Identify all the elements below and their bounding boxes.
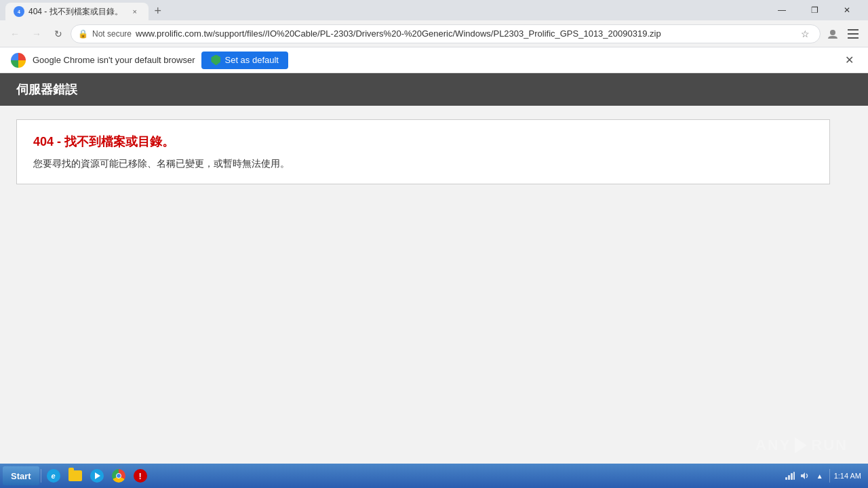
shield-icon (211, 55, 220, 66)
taskbar: Start e ! (0, 464, 868, 488)
security-icon: 🔒 (78, 29, 88, 39)
maximize-button[interactable]: ❐ (799, 0, 830, 20)
forward-button[interactable]: → (27, 24, 46, 43)
watermark-play-icon (795, 437, 807, 453)
url-text: www.prolific.com.tw/support/files//IO%20… (136, 28, 793, 39)
set-as-default-label: Set as default (224, 55, 279, 65)
error-description: 您要尋找的資源可能已移除、名稱已變更，或暫時無法使用。 (33, 158, 813, 170)
back-button[interactable]: ← (5, 24, 24, 43)
not-secure-label: Not secure (92, 29, 132, 39)
chrome-taskbar-icon (112, 469, 125, 483)
taskbar-media-button[interactable] (86, 466, 108, 485)
svg-rect-9 (793, 472, 795, 480)
svg-rect-6 (785, 477, 787, 480)
error-box: 404 - 找不到檔案或目錄。 您要尋找的資源可能已移除、名稱已變更，或暫時無法… (16, 119, 830, 184)
svg-text:4: 4 (18, 9, 20, 14)
minimize-button[interactable]: — (766, 0, 797, 20)
set-as-default-button[interactable]: Set as default (201, 52, 288, 69)
new-tab-button[interactable]: + (149, 1, 167, 20)
tab-area: 4 404 - 找不到檔案或目錄。 × + (5, 0, 766, 20)
profile-button[interactable] (823, 24, 842, 43)
svg-rect-4 (848, 33, 859, 35)
tab-close-button[interactable]: × (130, 6, 140, 17)
taskbar-chrome-button[interactable] (108, 466, 130, 485)
system-tray: ▲ 1:14 AM (781, 469, 865, 483)
watermark-text-any: ANY (755, 436, 791, 454)
reload-button[interactable]: ↻ (49, 24, 68, 43)
start-button[interactable]: Start (3, 466, 39, 485)
bookmark-button[interactable]: ☆ (797, 26, 813, 42)
taskbar-ie-button[interactable]: e (43, 466, 64, 485)
ie-icon: e (47, 469, 60, 483)
tab-favicon: 4 (14, 6, 24, 17)
tray-show-icons[interactable]: ▲ (814, 470, 825, 481)
titlebar: 4 404 - 找不到檔案或目錄。 × + — ❐ ✕ (0, 0, 868, 20)
taskbar-separator (41, 469, 41, 483)
watermark-text-run: RUN (811, 436, 848, 454)
tray-separator (829, 469, 830, 483)
tray-volume-icon[interactable] (800, 470, 810, 481)
taskbar-explorer-button[interactable] (64, 466, 86, 485)
svg-point-2 (830, 30, 835, 35)
default-browser-message: Google Chrome isn't your default browser (33, 55, 195, 65)
chrome-logo-icon (11, 53, 26, 68)
toolbar: ← → ↻ 🔒 Not secure www.prolific.com.tw/s… (0, 20, 868, 47)
folder-icon (68, 470, 82, 481)
tray-network-icon[interactable] (785, 470, 795, 481)
alert-icon: ! (134, 469, 147, 483)
media-icon (90, 469, 104, 483)
anyrun-watermark: ANY RUN (755, 436, 848, 454)
default-browser-banner: Google Chrome isn't your default browser… (0, 47, 868, 73)
toolbar-right (823, 24, 863, 43)
server-error-header: 伺服器錯誤 (0, 73, 868, 106)
svg-rect-8 (791, 473, 793, 480)
active-tab[interactable]: 4 404 - 找不到檔案或目錄。 × (5, 3, 149, 20)
menu-button[interactable] (844, 24, 863, 43)
server-error-title: 伺服器錯誤 (16, 83, 77, 96)
error-title: 404 - 找不到檔案或目錄。 (33, 134, 813, 150)
taskbar-alert-button[interactable]: ! (130, 466, 151, 485)
system-clock[interactable]: 1:14 AM (834, 472, 861, 480)
tab-title: 404 - 找不到檔案或目錄。 (28, 6, 123, 18)
close-button[interactable]: ✕ (831, 0, 863, 20)
svg-rect-5 (848, 37, 859, 39)
window-controls: — ❐ ✕ (766, 0, 863, 20)
main-content: 404 - 找不到檔案或目錄。 您要尋找的資源可能已移除、名稱已變更，或暫時無法… (0, 106, 868, 198)
svg-rect-7 (788, 475, 790, 480)
svg-marker-10 (801, 472, 805, 479)
address-bar[interactable]: 🔒 Not secure www.prolific.com.tw/support… (71, 24, 821, 43)
svg-rect-3 (848, 29, 859, 30)
dismiss-banner-button[interactable]: ✕ (841, 52, 857, 68)
